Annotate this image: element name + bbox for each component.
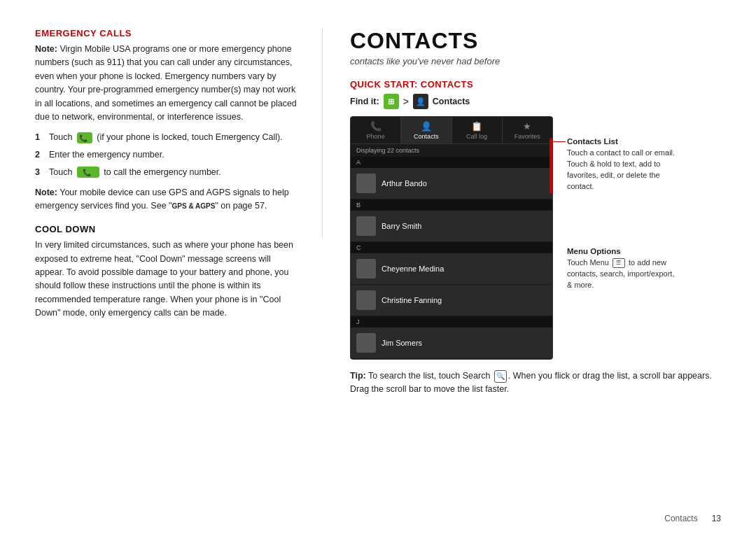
contact-name-jim: Jim Somers: [382, 339, 422, 347]
find-it-label: Find it:: [350, 97, 379, 106]
contact-row-arthur[interactable]: Arthur Bando: [351, 168, 552, 199]
contact-row-jim[interactable]: Jim Somers: [351, 327, 552, 359]
page-subtitle: contacts like you've never had before: [350, 56, 721, 66]
contact-section-B: B Barry Smith: [351, 199, 552, 242]
cool-down-text: In very limited circumstances, such as w…: [35, 239, 301, 320]
contact-section-J: J Jim Somers: [351, 316, 552, 359]
phone-tab-icon: 📞: [370, 121, 382, 132]
contact-row-christine[interactable]: Christine Fanning: [351, 285, 552, 316]
section-label-C: C: [351, 242, 552, 253]
contact-name-barry: Barry Smith: [382, 222, 421, 230]
footer-section-label: Contacts: [664, 514, 697, 523]
tip-paragraph: Tip: To search the list, touch Search 🔍.…: [350, 369, 721, 397]
tab-contacts[interactable]: 👤 Contacts: [401, 117, 451, 143]
emergency-note2: Note: Your mobile device can use GPS and…: [35, 186, 301, 213]
annotations-column: Contacts List Touch a contact to call or…: [567, 116, 679, 360]
tab-favorites[interactable]: ★ Favorites: [503, 117, 552, 143]
contacts-tab-icon: 👤: [421, 121, 432, 132]
emergency-steps: 1 Touch (if your phone is locked, touch …: [35, 131, 301, 178]
note2-label: Note:: [35, 188, 57, 197]
apps-icon: ⊞: [384, 94, 399, 109]
step-3-num: 3: [35, 166, 46, 179]
phone-call-icon: [77, 167, 99, 178]
footer-page-number: 13: [712, 514, 721, 523]
emergency-note-label: Note:: [35, 44, 57, 54]
contacts-status-bar: Displaying 22 contacts: [351, 144, 552, 157]
contact-row-barry[interactable]: Barry Smith: [351, 211, 552, 242]
section-label-B: B: [351, 199, 552, 211]
quick-start-heading: QUICK START: CONTACTS: [350, 79, 721, 90]
search-icon: 🔍: [494, 370, 507, 383]
contact-section-A: A Arthur Bando: [351, 157, 552, 199]
step-3: 3 Touch to call the emergency number.: [35, 166, 301, 179]
phone-screen: 📞 Phone 👤 Contacts 📋 Call log ★ Favorite…: [350, 116, 553, 360]
tip-label: Tip:: [350, 371, 366, 381]
favorites-tab-icon: ★: [523, 121, 531, 132]
note2-body2: " on page 57.: [215, 201, 267, 211]
contact-row-cheyenne[interactable]: Cheyenne Medina: [351, 253, 552, 285]
annotation-menu-options-title: Menu Options: [567, 247, 679, 255]
contact-name-christine: Christine Fanning: [382, 296, 442, 304]
call-log-tab-label: Call log: [466, 133, 487, 140]
page-title: CONTACTS: [350, 28, 721, 54]
annotation-contacts-list-title: Contacts List: [567, 137, 679, 146]
tab-call-log[interactable]: 📋 Call log: [452, 117, 503, 143]
contacts-tab-label: Contacts: [414, 133, 439, 140]
tip-text-body: To search the list, touch Search: [366, 371, 493, 381]
step-2-num: 2: [35, 148, 46, 162]
contact-section-C: C Cheyenne Medina Christine Fanning: [351, 242, 552, 316]
emergency-note-body: Virgin Mobile USA programs one or more e…: [35, 44, 297, 122]
emergency-note-text: Note: Virgin Mobile USA programs one or …: [35, 43, 301, 124]
avatar-arthur: [356, 174, 376, 193]
section-label-A: A: [351, 157, 552, 168]
step-1-text: Touch (if your phone is locked, touch Em…: [49, 131, 283, 144]
annotation-menu-options-text: Touch Menu ☰ to add new contacts, search…: [567, 258, 679, 291]
phone-tab-label: Phone: [367, 133, 385, 140]
footer: Contacts 13: [664, 514, 721, 523]
contact-name-arthur: Arthur Bando: [382, 179, 427, 188]
phone-green-icon: [77, 132, 92, 143]
section-label-J: J: [351, 316, 552, 327]
avatar-christine: [356, 290, 376, 310]
phone-screen-section: 📞 Phone 👤 Contacts 📋 Call log ★ Favorite…: [350, 116, 721, 360]
find-it-contacts-label: Contacts: [433, 97, 470, 106]
cool-down-heading: COOL DOWN: [35, 224, 301, 234]
annotation-line-1: [552, 141, 566, 142]
chevron-icon: >: [403, 96, 409, 107]
scroll-bar[interactable]: [550, 138, 552, 194]
right-column: CONTACTS contacts like you've never had …: [329, 28, 721, 515]
gps-text: GPS & AGPS: [172, 202, 216, 210]
avatar-jim: [356, 333, 376, 353]
column-divider: [322, 28, 323, 238]
annotation-contacts-list: Contacts List Touch a contact to call or…: [567, 137, 679, 192]
contacts-app-icon: 👤: [413, 94, 428, 109]
tab-phone[interactable]: 📞 Phone: [351, 117, 401, 143]
step-2: 2 Enter the emergency number.: [35, 148, 301, 162]
phone-tabs: 📞 Phone 👤 Contacts 📋 Call log ★ Favorite…: [351, 117, 552, 144]
step-1: 1 Touch (if your phone is locked, touch …: [35, 131, 301, 144]
avatar-cheyenne: [356, 259, 376, 278]
contact-name-cheyenne: Cheyenne Medina: [382, 265, 444, 273]
call-log-tab-icon: 📋: [471, 121, 482, 132]
find-it-row: Find it: ⊞ > 👤 Contacts: [350, 94, 721, 109]
step-1-num: 1: [35, 131, 46, 144]
left-column: EMERGENCY CALLS Note: Virgin Mobile USA …: [35, 28, 329, 515]
step-3-text: Touch to call the emergency number.: [49, 166, 221, 179]
step-2-text: Enter the emergency number.: [49, 148, 164, 162]
avatar-barry: [356, 216, 376, 236]
annotation-menu-options: Menu Options Touch Menu ☰ to add new con…: [567, 247, 679, 291]
menu-icon: ☰: [612, 258, 625, 268]
emergency-calls-heading: EMERGENCY CALLS: [35, 28, 301, 38]
annotation-contacts-list-text: Touch a contact to call or email. Touch …: [567, 148, 679, 192]
favorites-tab-label: Favorites: [514, 133, 540, 140]
